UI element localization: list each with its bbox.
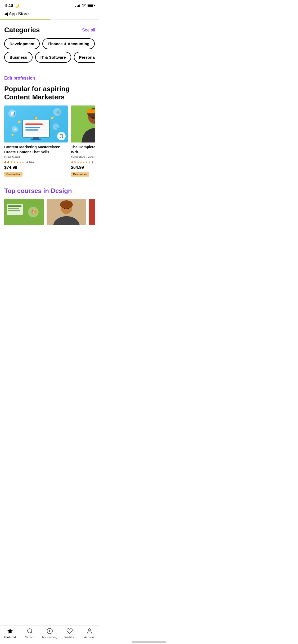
svg-point-22	[92, 117, 94, 119]
course-card-2[interactable]: The Complete Course : Writ... Codestars …	[71, 105, 95, 176]
category-pills-row-2: Business IT & Software Personal...	[4, 52, 95, 63]
category-pills-row-1: Development Finance & Accounting	[4, 38, 95, 49]
course-card-1[interactable]: 📊 ⚙️ ☁️ 🔍 ⭐ ⭐ ⭐ 👆	[4, 105, 68, 176]
svg-rect-37	[89, 199, 95, 225]
svg-point-35	[64, 208, 65, 209]
status-icons	[75, 4, 94, 8]
course-2-price: $64.99	[71, 165, 95, 170]
edit-profession-section: Edit profession	[0, 70, 99, 83]
back-arrow-icon: ◀	[4, 11, 8, 17]
wifi-icon	[82, 4, 86, 8]
category-pill-it-software[interactable]: IT & Software	[35, 52, 71, 63]
course-1-price: $74.99	[4, 165, 68, 170]
main-content: Categories See all Development Finance &…	[0, 20, 99, 253]
svg-text:☁️: ☁️	[13, 128, 17, 131]
design-courses-row[interactable]: 🎨 🖌️	[4, 199, 95, 225]
course-2-title: The Complete Course : Writ...	[71, 145, 95, 154]
course-card-1-image: 📊 ⚙️ ☁️ 🔍 ⭐ ⭐ ⭐ 👆	[4, 105, 68, 142]
design-thumb-1[interactable]: 🎨	[4, 199, 44, 225]
svg-rect-4	[25, 129, 38, 131]
top-courses-title: Top courses in Design	[4, 187, 95, 195]
svg-text:⭐: ⭐	[17, 120, 21, 123]
course-card-2-image	[71, 105, 95, 142]
svg-point-36	[67, 208, 69, 209]
svg-text:🎨: 🎨	[31, 208, 37, 215]
back-nav-label: App Store	[9, 11, 29, 17]
svg-text:⭐: ⭐	[51, 116, 54, 119]
popular-section: Popular for aspiring Content Marketers	[0, 83, 99, 182]
status-bar: 5:18 🌙	[0, 0, 99, 10]
course-2-badge: Bestseller	[71, 172, 89, 177]
course-1-badge: Bestseller	[4, 172, 22, 177]
svg-text:⚙️: ⚙️	[56, 110, 61, 114]
battery-icon	[88, 4, 94, 7]
course-1-title: Content Marketing Masterclass: Create Co…	[4, 145, 68, 154]
category-pill-personal[interactable]: Personal...	[74, 52, 95, 63]
edit-profession-link[interactable]: Edit profession	[4, 76, 35, 80]
course-1-stars: ★ ★ ★ ★ ★	[10, 160, 24, 164]
status-time: 5:18 🌙	[5, 3, 19, 8]
svg-rect-6	[31, 139, 41, 140]
svg-point-34	[60, 200, 73, 209]
course-1-rating: 4.4 ★ ★ ★ ★ ★ (4,647)	[4, 160, 68, 164]
course-2-stars: ★ ★ ★ ★ ★	[77, 160, 91, 164]
back-nav[interactable]: ◀ App Store	[0, 10, 99, 19]
svg-rect-3	[25, 127, 40, 128]
category-pill-development[interactable]: Development	[4, 38, 40, 49]
svg-rect-5	[33, 137, 39, 139]
category-pill-finance[interactable]: Finance & Accounting	[42, 38, 95, 49]
design-thumb-3[interactable]: 🖌️	[89, 199, 95, 225]
svg-rect-2	[25, 123, 43, 125]
popular-title: Popular for aspiring Content Marketers	[4, 85, 95, 101]
see-all-button[interactable]: See all	[82, 28, 95, 33]
course-2-rating: 4.6 ★ ★ ★ ★ ★ (...)	[71, 160, 95, 164]
svg-text:👆: 👆	[33, 115, 38, 120]
top-courses-section: Top courses in Design 🎨	[0, 182, 99, 229]
svg-rect-24	[87, 109, 95, 113]
signal-bars-icon	[75, 4, 80, 7]
svg-rect-27	[8, 205, 21, 207]
categories-title: Categories	[4, 26, 40, 34]
design-thumb-2[interactable]	[47, 199, 86, 225]
course-2-author: Codestars • over 2...	[71, 155, 95, 159]
category-pill-business[interactable]: Business	[4, 52, 33, 63]
categories-section: Categories See all Development Finance &…	[0, 20, 99, 70]
categories-header: Categories See all	[4, 26, 95, 34]
svg-rect-29	[8, 210, 20, 211]
course-1-author: Brad Merrill	[4, 155, 68, 159]
svg-text:🔍: 🔍	[55, 125, 58, 129]
svg-rect-28	[8, 208, 19, 209]
svg-text:📊: 📊	[11, 111, 16, 116]
courses-scroll[interactable]: 📊 ⚙️ ☁️ 🔍 ⭐ ⭐ ⭐ 👆	[4, 105, 95, 177]
svg-text:⭐: ⭐	[11, 133, 14, 137]
